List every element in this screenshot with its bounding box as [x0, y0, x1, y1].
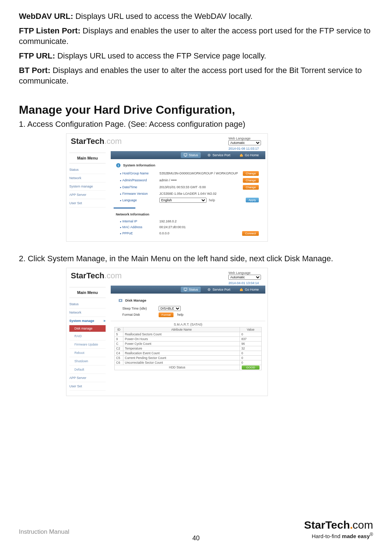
app-brand: StarTech.com	[71, 137, 122, 146]
app-brand-2: StarTech.com	[71, 271, 122, 280]
row-datetime: Date/Time 2013/01/01 00:53:33 GMT -5:00 …	[111, 184, 265, 191]
gear-icon	[207, 153, 211, 157]
smart-val: 0	[240, 332, 262, 336]
smart-val: 32	[240, 346, 262, 351]
sleep-time-select[interactable]: DISABLE	[159, 306, 181, 311]
main-menu: Main Menu Status Network System manage A…	[66, 151, 109, 241]
def-ftpurl-label: FTP URL:	[19, 51, 55, 60]
svg-point-9	[209, 289, 209, 290]
network-info-title: Network Information	[111, 212, 265, 216]
label-firmware: Firmware Version	[120, 192, 159, 195]
tab-status[interactable]: Status	[181, 152, 201, 158]
tab-service-port[interactable]: Service Port	[204, 152, 233, 158]
label-adminpw: Admin/Password	[120, 178, 159, 182]
smart-id: 9	[115, 336, 123, 341]
disk-icon	[118, 298, 123, 303]
submenu-shutdown[interactable]: Shutdown	[69, 357, 106, 366]
tab2-service-port[interactable]: Service Port	[204, 287, 233, 292]
menu-app-server[interactable]: APP Server	[69, 191, 106, 199]
screenshot-disk-manage: StarTech.com Web Language Automatic 2014…	[66, 268, 268, 396]
apply-language-button[interactable]: Apply	[246, 198, 259, 202]
tab2-go-home[interactable]: Go Home	[237, 287, 262, 292]
label-language: Language	[120, 198, 159, 202]
smart-attr: Temperature	[123, 346, 240, 351]
smart-attr: Reallocation Event Count	[123, 351, 240, 355]
smart-attr: Reallocated Sectors Count	[123, 332, 240, 336]
network-separator-icon	[114, 207, 135, 209]
submenu-firmware-update[interactable]: Firmware Update	[69, 340, 106, 349]
format-help-link[interactable]: help	[177, 313, 183, 316]
tab2-status[interactable]: Status	[181, 287, 201, 292]
row-mac: MAC Address 00:24:27:d0:00:01	[111, 224, 265, 230]
value-internal-ip: 192.168.0.2	[159, 219, 265, 223]
smart-id: C4	[115, 351, 123, 355]
menu-network[interactable]: Network	[69, 174, 106, 182]
menu2-app-server[interactable]: APP Server	[69, 374, 106, 382]
hdd-status-badge: GOOD	[242, 366, 259, 370]
smart-id: C5	[115, 355, 123, 360]
smart-table: ID Attribute Name Value 5Reallocated Sec…	[114, 327, 262, 370]
value-hostgroup: S352BMU3N-D00001WORKGROUP / WORKGROUP	[159, 171, 243, 175]
screenshot-status-page: StarTech.com Web Language Automatic 2014…	[66, 133, 268, 242]
format-disk-row: Format Disk Format help	[111, 312, 265, 318]
menu2-user-set[interactable]: User Set	[69, 382, 106, 391]
svg-point-3	[209, 155, 209, 156]
smart-val: 96	[240, 341, 262, 346]
smart-attr: Power Cycle Count	[123, 341, 240, 346]
lang-select[interactable]: Automatic	[228, 140, 261, 145]
def-ftpurl-text: Displays URL used to access the FTP Serv…	[55, 51, 266, 60]
menu2-system-manage[interactable]: System manage▶	[69, 317, 106, 325]
menu2-status[interactable]: Status	[69, 300, 106, 308]
info-icon: i	[116, 163, 121, 168]
smart-id: C	[115, 341, 123, 346]
def-btport-text: Displays and enables the user to alter t…	[19, 66, 362, 86]
th-value: Value	[240, 327, 262, 332]
timestamp: 2014-01-08 11:03:17	[228, 145, 263, 151]
smart-row: C5Current Pending Sector Count0	[115, 355, 262, 360]
value-datetime: 2013/01/01 00:53:33 GMT -5:00	[159, 185, 243, 189]
lang-select-2[interactable]: Automatic	[228, 275, 261, 280]
home-icon	[240, 288, 243, 291]
format-disk-label: Format Disk	[122, 313, 155, 316]
svg-rect-7	[185, 291, 186, 291]
smart-val: 0	[240, 360, 262, 365]
menu-system-manage[interactable]: System manage	[69, 182, 106, 191]
label-internal-ip: Internal IP	[120, 219, 159, 223]
step-1: 1. Access Configuration Page. (See: Acce…	[19, 119, 373, 130]
language-select[interactable]: English	[159, 198, 207, 203]
change-datetime-button[interactable]: Change	[243, 185, 259, 190]
footer-logo: StarTech.com Hard-to-find made easy®	[304, 519, 373, 539]
def-ftpport: FTP Listen Port: Displays and enables th…	[19, 25, 373, 47]
smart-row: 9Power-On Hours837	[115, 336, 262, 341]
submenu-reboot[interactable]: Reboot	[69, 349, 106, 357]
submenu-disk-manage[interactable]: Disk manage	[69, 325, 106, 332]
format-button[interactable]: Format	[159, 312, 173, 317]
menu2-network[interactable]: Network	[69, 308, 106, 317]
change-adminpw-button[interactable]: Change	[243, 178, 259, 183]
svg-rect-0	[184, 154, 187, 156]
smart-row: 5Reallocated Sectors Count0	[115, 332, 262, 336]
smart-attr: Power-On Hours	[123, 336, 240, 341]
submenu-default[interactable]: Default	[69, 366, 106, 374]
smart-row: C2Temperature32	[115, 346, 262, 351]
submenu-raid[interactable]: RAID	[69, 332, 106, 340]
smart-row: C6Uncorrectable Sector Count0	[115, 360, 262, 365]
monitor-icon	[184, 288, 187, 291]
def-ftpport-label: FTP Listen Port:	[19, 26, 81, 35]
menu-status[interactable]: Status	[69, 166, 106, 174]
def-webdav-text: Displays URL used to access the WebDAV l…	[73, 12, 253, 21]
row-pppoe: PPPoE 0.0.0.0 Connect	[111, 230, 265, 237]
label-pppoe: PPPoE	[120, 231, 159, 235]
language-help-link[interactable]: help	[209, 198, 215, 202]
connect-pppoe-button[interactable]: Connect	[242, 231, 259, 236]
value-adminpw: admin / •••••	[159, 178, 243, 182]
menu-user-set[interactable]: User Set	[69, 199, 106, 207]
main-menu-head-2: Main Menu	[69, 287, 106, 298]
tab-go-home[interactable]: Go Home	[237, 152, 262, 158]
change-hostgroup-button[interactable]: Change	[243, 171, 259, 176]
disk-manage-title: Disk Manage	[118, 298, 265, 303]
smart-id: C6	[115, 360, 123, 365]
label-mac: MAC Address	[120, 225, 159, 229]
svg-rect-1	[185, 156, 186, 157]
smart-caption: S.M.A.R.T. (SATA0)	[111, 321, 265, 326]
